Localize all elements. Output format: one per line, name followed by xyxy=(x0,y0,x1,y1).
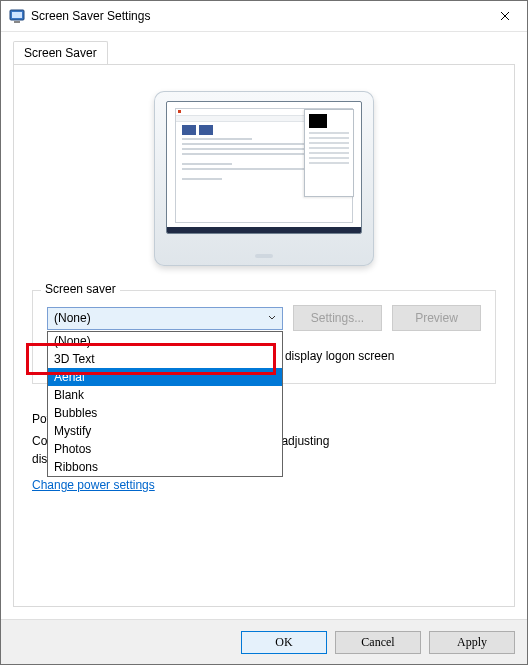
option-photos[interactable]: Photos xyxy=(48,440,282,458)
monitor-preview xyxy=(32,91,496,266)
screensaver-dropdown-list: (None) 3D Text Aerial Blank Bubbles Myst… xyxy=(47,331,283,477)
screensaver-fieldset: Screen saver (None) (None) 3D Text Aeria… xyxy=(32,290,496,384)
settings-button[interactable]: Settings... xyxy=(293,305,382,331)
option-ribbons[interactable]: Ribbons xyxy=(48,458,282,476)
screensaver-icon xyxy=(9,8,25,24)
option-3dtext[interactable]: 3D Text xyxy=(48,350,282,368)
option-bubbles[interactable]: Bubbles xyxy=(48,404,282,422)
preview-button[interactable]: Preview xyxy=(392,305,481,331)
apply-button[interactable]: Apply xyxy=(429,631,515,654)
option-aerial[interactable]: Aerial xyxy=(48,368,282,386)
svg-rect-1 xyxy=(12,12,22,18)
tab-panel: Screen saver (None) (None) 3D Text Aeria… xyxy=(13,64,515,607)
fieldset-legend: Screen saver xyxy=(41,282,120,296)
content-area: Screen Saver xyxy=(1,32,527,619)
close-button[interactable] xyxy=(482,2,527,31)
screensaver-combobox[interactable]: (None) (None) 3D Text Aerial Blank Bubbl… xyxy=(47,307,283,330)
dialog-button-bar: OK Cancel Apply xyxy=(1,619,527,664)
close-icon xyxy=(500,11,510,21)
tab-strip: Screen Saver xyxy=(13,40,515,64)
cancel-button[interactable]: Cancel xyxy=(335,631,421,654)
option-mystify[interactable]: Mystify xyxy=(48,422,282,440)
screensaver-settings-window: Screen Saver Settings Screen Saver xyxy=(0,0,528,665)
svg-rect-2 xyxy=(14,21,20,23)
titlebar: Screen Saver Settings xyxy=(1,1,527,32)
chevron-down-icon xyxy=(268,315,276,321)
option-none[interactable]: (None) xyxy=(48,332,282,350)
ok-button[interactable]: OK xyxy=(241,631,327,654)
combobox-value: (None) xyxy=(54,311,91,325)
window-title: Screen Saver Settings xyxy=(31,9,482,23)
change-power-settings-link[interactable]: Change power settings xyxy=(32,478,155,492)
option-blank[interactable]: Blank xyxy=(48,386,282,404)
tab-screensaver[interactable]: Screen Saver xyxy=(13,41,108,65)
